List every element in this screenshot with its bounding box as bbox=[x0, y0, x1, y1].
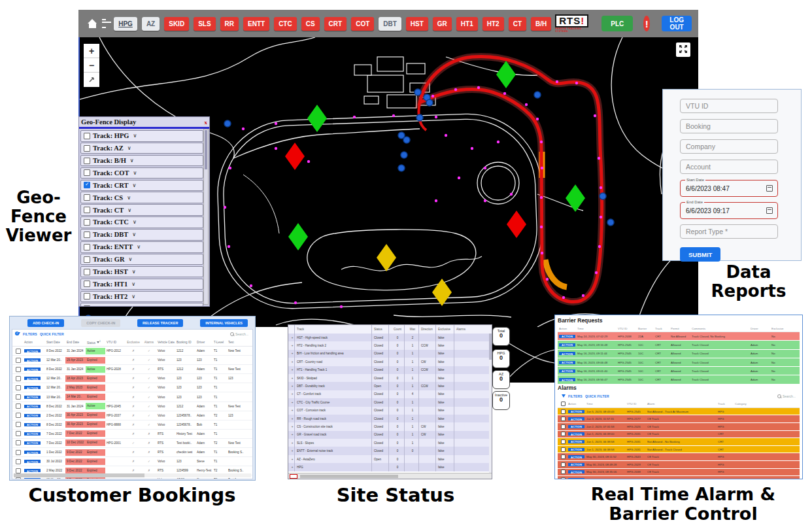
site-status-row[interactable]: + HT2 - Handling track 2 Closed 0 1 CCW … bbox=[288, 341, 492, 349]
geofence-track-row[interactable]: Track: B/H ∨ bbox=[80, 155, 203, 167]
track-tab[interactable]: SKID bbox=[164, 17, 189, 31]
barrier-request-row[interactable]: ACTION May 16, 2023, 09:16:48 HPG-2545 1… bbox=[558, 341, 800, 349]
track-checkbox[interactable] bbox=[84, 269, 90, 275]
expand-icon[interactable]: + bbox=[288, 382, 295, 390]
chevron-down-icon[interactable]: ∨ bbox=[129, 256, 133, 262]
chevron-down-icon[interactable]: ∨ bbox=[132, 269, 136, 275]
zoom-in-button[interactable]: + bbox=[84, 44, 99, 58]
action-button[interactable]: ACTION bbox=[559, 361, 575, 364]
row-checkbox[interactable] bbox=[16, 367, 21, 372]
track-tab[interactable]: COT bbox=[351, 17, 374, 31]
zoom-out-button[interactable]: − bbox=[84, 58, 99, 73]
booking-row[interactable]: ACTION 12 Mar 20.. 18 Apr 2023 Expired ✗… bbox=[12, 374, 252, 383]
action-button[interactable]: ACTION bbox=[24, 460, 41, 463]
horizontal-scrollbar[interactable] bbox=[288, 473, 492, 479]
row-checkbox[interactable] bbox=[16, 385, 21, 390]
compass-button[interactable] bbox=[84, 73, 99, 87]
alarm-row[interactable]: ACTION May 30, 2023, 08:49:28 HPG-2029 O… bbox=[558, 461, 800, 468]
track-tab[interactable]: RR bbox=[220, 17, 239, 31]
track-tab[interactable]: HPG bbox=[114, 17, 137, 31]
row-checkbox[interactable] bbox=[16, 394, 21, 400]
action-button[interactable]: ACTION bbox=[568, 463, 584, 466]
action-button[interactable]: ACTION bbox=[24, 377, 41, 380]
booking-row[interactable]: ACTION 7 Dec 2022 10 Dec 2022 Expired HP… bbox=[12, 439, 252, 448]
booking-row[interactable]: ACTION 1 Dec 2022 9 Dec 2022 Expired ✗ ✗… bbox=[12, 448, 252, 457]
copy-checkin-button[interactable]: COPY CHECK-IN bbox=[81, 319, 120, 327]
action-button[interactable]: ACTION bbox=[24, 405, 41, 408]
geofence-track-row[interactable]: Track: ENTT ∨ bbox=[80, 241, 203, 253]
row-checkbox[interactable] bbox=[16, 459, 21, 464]
geofence-track-row[interactable]: Track: GR ∨ bbox=[80, 254, 203, 266]
horizontal-scrollbar[interactable] bbox=[14, 473, 251, 477]
filters-link[interactable]: FILTERS bbox=[23, 332, 37, 336]
row-checkbox[interactable] bbox=[561, 409, 566, 414]
expand-icon[interactable]: + bbox=[288, 341, 295, 349]
barrier-request-row[interactable]: ACTION May 16, 2023, 08:56:47 HPG-2545 1… bbox=[558, 375, 800, 383]
submit-button[interactable]: SUBMIT bbox=[680, 247, 720, 262]
row-checkbox[interactable] bbox=[16, 403, 21, 409]
action-button[interactable]: ACTION bbox=[24, 469, 41, 472]
site-status-row[interactable]: + SKID - Skidpad Closed 0 1 false bbox=[288, 374, 492, 382]
geofence-track-row[interactable]: Track: HPG ∨ bbox=[80, 130, 203, 142]
action-button[interactable]: ACTION bbox=[568, 417, 584, 420]
geofence-track-row[interactable]: Track: HST ∨ bbox=[80, 266, 203, 278]
alarm-row[interactable]: ACTION May 30, 2023, 08:31:28 HPG-2015 O… bbox=[558, 476, 800, 479]
geofence-track-row[interactable]: Track: CRT ∨ bbox=[80, 180, 203, 192]
action-button[interactable]: ACTION bbox=[568, 448, 584, 451]
track-checkbox[interactable] bbox=[84, 281, 90, 287]
chevron-down-icon[interactable]: ∨ bbox=[128, 306, 132, 307]
chevron-down-icon[interactable]: ∨ bbox=[127, 207, 131, 213]
action-button[interactable]: ACTION bbox=[24, 368, 41, 371]
site-status-row[interactable]: + ENTT - External noise track Closed 0 0… bbox=[288, 447, 492, 454]
plc-button[interactable]: PLC bbox=[601, 16, 633, 31]
internal-vehicles-button[interactable]: INTERNAL VEHICLES bbox=[200, 319, 248, 327]
booking-row[interactable]: ACTION 2 Dec 2022 30 Apr 2023 Expired HP… bbox=[12, 411, 252, 420]
booking-row[interactable]: ACTION 7 Dec 2022 7 Dec 2022 Expired ✗ ✗… bbox=[12, 430, 252, 439]
fullscreen-icon[interactable] bbox=[676, 43, 690, 57]
row-checkbox[interactable] bbox=[561, 470, 566, 474]
track-tab[interactable]: ENTT bbox=[243, 17, 269, 31]
barrier-request-row[interactable]: ACTION May 16, 2023, 09:06:48 HPG-2545 1… bbox=[558, 358, 800, 366]
chevron-down-icon[interactable]: ∨ bbox=[127, 195, 131, 201]
track-checkbox[interactable] bbox=[84, 158, 90, 164]
row-checkbox[interactable] bbox=[16, 422, 21, 427]
booking-input[interactable] bbox=[680, 119, 778, 133]
row-checkbox[interactable] bbox=[16, 349, 21, 354]
action-button[interactable]: ACTION bbox=[559, 352, 575, 355]
action-button[interactable]: ACTION bbox=[559, 378, 575, 381]
vertical-scrollbar[interactable] bbox=[489, 334, 492, 473]
geofence-track-row[interactable]: Track: RR ∨ bbox=[80, 303, 203, 307]
booking-row[interactable]: ACTION 8 Dec 2022 30 Apr 2023 Expired HP… bbox=[12, 420, 252, 430]
barrier-request-row[interactable]: ACTION May 16, 2023, 09:11:44 HPG-2545 1… bbox=[558, 350, 800, 358]
chevron-down-icon[interactable]: ∨ bbox=[131, 294, 135, 300]
expand-icon[interactable]: + bbox=[288, 431, 295, 439]
track-checkbox[interactable] bbox=[84, 293, 90, 300]
row-checkbox[interactable] bbox=[561, 477, 566, 479]
action-button[interactable]: ACTION bbox=[24, 414, 41, 417]
row-checkbox[interactable] bbox=[561, 439, 566, 444]
alarm-row[interactable]: ACTION May 30, 2023, 08:35:06 HPG-2038 O… bbox=[558, 469, 800, 476]
row-checkbox[interactable] bbox=[561, 462, 566, 467]
track-checkbox[interactable] bbox=[84, 256, 90, 263]
alarm-row[interactable]: ACTION Jun 2, 2023, 07:31:58 HPG-2026 Of… bbox=[558, 423, 800, 430]
site-status-row[interactable]: + COT - Corrosion track Closed 0 1 false bbox=[288, 407, 492, 415]
expand-icon[interactable]: + bbox=[288, 390, 295, 398]
geofence-track-row[interactable]: Track: HT2 ∨ bbox=[80, 291, 203, 303]
track-checkbox[interactable] bbox=[84, 133, 90, 139]
end-date-field[interactable]: End Date 6/6/2023 09:17 bbox=[680, 202, 778, 219]
action-button[interactable]: ACTION bbox=[24, 358, 41, 362]
booking-row[interactable]: ACTION 12 Mar 20.. 29 Apr 2023 Expired ✗… bbox=[12, 356, 252, 365]
track-checkbox[interactable] bbox=[84, 305, 90, 307]
barrier-request-row[interactable]: ACTION May 24, 2023, 07:02:29 HPG-2038 2… bbox=[558, 332, 800, 340]
row-checkbox[interactable] bbox=[16, 431, 21, 436]
account-input[interactable] bbox=[680, 160, 778, 174]
chevron-down-icon[interactable]: ∨ bbox=[133, 170, 137, 176]
expand-icon[interactable]: + bbox=[288, 415, 295, 422]
track-tab[interactable]: B/H bbox=[531, 17, 551, 31]
site-status-row[interactable]: + B/H - Low friction and handling area C… bbox=[288, 350, 492, 358]
action-button[interactable]: ACTION bbox=[24, 386, 41, 389]
home-icon[interactable] bbox=[88, 20, 92, 28]
quick-filter-link[interactable]: QUICK FILTER bbox=[585, 394, 609, 398]
track-tab[interactable]: CS bbox=[301, 17, 320, 31]
menu-icon[interactable] bbox=[102, 19, 106, 28]
